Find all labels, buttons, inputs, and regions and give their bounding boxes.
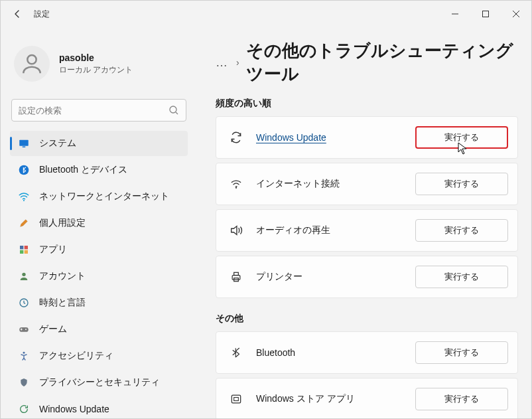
section-heading-other: その他 (216, 313, 518, 325)
svg-rect-10 (25, 250, 28, 254)
card-title: Bluetooth (256, 347, 415, 358)
window-title: 設定 (34, 9, 440, 20)
nav-label: アクセシビリティ (39, 350, 113, 362)
card-title: インターネット接続 (256, 178, 415, 190)
monitor-icon (18, 137, 30, 149)
run-button[interactable]: 実行する (415, 219, 508, 242)
troubleshooter-audio[interactable]: オーディオの再生 実行する (216, 209, 518, 252)
nav-gaming[interactable]: ゲーム (10, 317, 188, 342)
troubleshooter-bluetooth[interactable]: Bluetooth 実行する (216, 331, 518, 374)
titlebar: 設定 (1, 1, 531, 27)
arrow-left-icon (13, 9, 23, 19)
search-box[interactable] (11, 99, 186, 122)
store-app-icon (228, 391, 244, 407)
body: pasoble ローカル アカウント システム Bluetooth とデバイス (1, 27, 531, 418)
window-controls (440, 3, 531, 25)
account-icon (18, 270, 30, 282)
back-button[interactable] (10, 6, 26, 22)
svg-point-16 (235, 187, 237, 189)
svg-point-11 (22, 273, 25, 276)
avatar (14, 46, 50, 82)
nav-label: アカウント (39, 270, 86, 282)
card-title: オーディオの再生 (256, 224, 415, 236)
svg-point-15 (23, 352, 25, 354)
troubleshooter-internet[interactable]: インターネット接続 実行する (216, 163, 518, 205)
nav-label: 個人用設定 (39, 217, 86, 229)
card-title: Windows Update (256, 132, 415, 143)
search-wrap (11, 99, 186, 122)
run-button[interactable]: 実行する (415, 388, 508, 410)
gamepad-icon (18, 323, 30, 335)
close-button[interactable] (501, 3, 531, 25)
bluetooth-outline-icon (228, 345, 244, 361)
card-title: プリンター (256, 271, 415, 283)
run-button[interactable]: 実行する (415, 173, 508, 195)
nav-time-language[interactable]: 時刻と言語 (10, 290, 188, 315)
breadcrumb-ellipsis[interactable]: … (216, 56, 230, 70)
svg-point-6 (23, 200, 25, 201)
maximize-button[interactable] (470, 3, 501, 25)
svg-point-5 (19, 165, 29, 175)
svg-rect-21 (234, 398, 239, 401)
minimize-button[interactable] (440, 3, 470, 25)
search-input[interactable] (19, 106, 168, 116)
printer-icon (228, 269, 244, 285)
chevron-right-icon: › (236, 57, 239, 68)
sidebar: pasoble ローカル アカウント システム Bluetooth とデバイス (1, 27, 197, 418)
bluetooth-icon (18, 164, 30, 176)
svg-rect-9 (20, 250, 23, 254)
page-title: その他のトラブルシューティング ツール (246, 39, 518, 86)
svg-rect-8 (25, 246, 28, 249)
svg-point-1 (27, 55, 36, 64)
nav-label: Bluetooth とデバイス (39, 164, 127, 176)
apps-icon (18, 244, 30, 256)
nav-privacy[interactable]: プライバシーとセキュリティ (10, 370, 188, 395)
speaker-icon (228, 222, 244, 238)
svg-rect-4 (23, 147, 26, 148)
run-button[interactable]: 実行する (415, 266, 508, 288)
nav-label: ネットワークとインターネット (39, 191, 169, 203)
accessibility-icon (18, 350, 30, 362)
run-button[interactable]: 実行する (415, 341, 508, 364)
person-icon (19, 51, 44, 76)
section-other: その他 Bluetooth 実行する Windows ストア アプリ 実行する (216, 313, 518, 418)
troubleshooter-printer[interactable]: プリンター 実行する (216, 256, 518, 298)
svg-rect-17 (232, 276, 240, 280)
nav-accounts[interactable]: アカウント (10, 264, 188, 289)
paint-icon (18, 217, 30, 229)
nav-label: Windows Update (39, 404, 109, 414)
wifi-signal-icon (228, 176, 244, 192)
nav-label: 時刻と言語 (39, 297, 86, 309)
user-subtitle: ローカル アカウント (59, 64, 133, 76)
search-icon (168, 105, 179, 116)
shield-icon (18, 377, 30, 388)
sync-icon (228, 129, 244, 145)
svg-rect-0 (483, 11, 489, 17)
troubleshooter-store-apps[interactable]: Windows ストア アプリ 実行する (216, 378, 518, 418)
wifi-icon (18, 191, 30, 203)
nav-apps[interactable]: アプリ (10, 237, 188, 262)
svg-rect-20 (232, 395, 240, 403)
nav-network[interactable]: ネットワークとインターネット (10, 184, 188, 209)
settings-window: 設定 pasoble ローカル アカウント (0, 0, 532, 419)
nav-label: ゲーム (39, 323, 67, 335)
run-button[interactable]: 実行する (415, 126, 508, 149)
nav-system[interactable]: システム (10, 131, 188, 156)
nav-accessibility[interactable]: アクセシビリティ (10, 343, 188, 369)
card-title: Windows ストア アプリ (256, 393, 415, 405)
user-block[interactable]: pasoble ローカル アカウント (9, 27, 189, 96)
troubleshooter-windows-update[interactable]: Windows Update 実行する (216, 116, 518, 159)
svg-point-14 (25, 329, 27, 330)
nav-label: プライバシーとセキュリティ (39, 377, 160, 388)
update-icon (18, 403, 30, 415)
svg-rect-18 (234, 272, 239, 275)
nav-bluetooth[interactable]: Bluetooth とデバイス (10, 157, 188, 183)
main-content: … › その他のトラブルシューティング ツール 頻度の高い順 Windows U… (197, 27, 531, 418)
breadcrumb: … › その他のトラブルシューティング ツール (216, 39, 518, 86)
svg-rect-7 (20, 246, 23, 249)
nav-windows-update[interactable]: Windows Update (10, 396, 188, 418)
user-name: pasoble (59, 52, 133, 63)
nav-personalization[interactable]: 個人用設定 (10, 210, 188, 236)
nav-label: システム (39, 137, 76, 149)
svg-point-2 (170, 106, 176, 113)
